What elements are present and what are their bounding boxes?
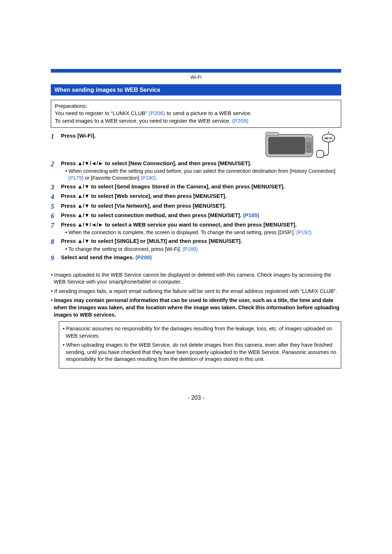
preparations-box: Preparations: You need to register to “L… — [51, 100, 341, 128]
step-4: 4 Press ▲/▼ to select [Web service], and… — [51, 192, 341, 201]
step-7-text: Press ▲/▼/◄/► to select a WEB service yo… — [61, 221, 297, 228]
link-p200[interactable]: (P200) — [135, 254, 152, 260]
top-accent-bar — [51, 69, 341, 73]
svg-rect-2 — [269, 137, 305, 154]
svg-text:Wi Fi: Wi Fi — [324, 137, 332, 140]
step-3: 3 Press ▲/▼ to select [Send Images Store… — [51, 183, 341, 192]
step-1-text: Press [Wi-Fi]. — [61, 133, 96, 139]
step-8: 8 Press ▲/▼ to select [SINGLE] or [MULTI… — [51, 237, 341, 253]
note-1: • Images uploaded to the WEB Service can… — [51, 272, 341, 286]
notes-block: • Images uploaded to the WEB Service can… — [51, 272, 341, 368]
warning-2: • When uploading images to the WEB Servi… — [63, 342, 337, 363]
svg-rect-6 — [307, 147, 311, 152]
warning-box: • Panasonic assumes no responsibility fo… — [59, 321, 341, 368]
warning-1: • Panasonic assumes no responsibility fo… — [63, 325, 337, 339]
camera-illustration: Wi Fi — [265, 131, 341, 159]
svg-point-4 — [308, 139, 310, 141]
svg-rect-10 — [317, 150, 324, 158]
preparations-label: Preparations: — [55, 102, 337, 110]
page-number: - 203 - — [51, 394, 341, 402]
step-3-text: Press ▲/▼ to select [Send Images Stored … — [61, 183, 285, 190]
steps-list: 1 Press [Wi-Fi]. Wi Fi 2 — [51, 131, 341, 263]
link-p180[interactable]: (P180) — [140, 175, 156, 181]
step-8-text: Press ▲/▼ to select [SINGLE] or [MULTI] … — [61, 238, 242, 244]
manual-page: Wi-Fi When sending images to WEB Service… — [51, 69, 341, 402]
step-8-sub: • To change the setting or disconnect, p… — [65, 246, 341, 253]
link-p185[interactable]: (P185) — [243, 212, 259, 218]
svg-point-9 — [328, 131, 329, 133]
chapter-label: Wi-Fi — [51, 73, 341, 83]
link-p206[interactable]: (P206) — [149, 110, 165, 116]
step-5-text: Press ▲/▼ to select [Via Network], and t… — [61, 203, 226, 209]
link-p192[interactable]: (P192) — [296, 229, 311, 235]
step-7: 7 Press ▲/▼/◄/► to select a WEB service … — [51, 221, 341, 237]
step-2-sub: • When connecting with the setting you u… — [65, 168, 341, 182]
step-6-text: Press ▲/▼ to select connection method, a… — [61, 212, 243, 218]
section-title: When sending images to WEB Service — [51, 84, 341, 96]
step-5: 5 Press ▲/▼ to select [Via Network], and… — [51, 202, 341, 211]
note-3: • Images may contain personal informatio… — [51, 297, 341, 318]
step-1: 1 Press [Wi-Fi]. — [51, 132, 258, 141]
link-p189[interactable]: (P189) — [183, 246, 198, 252]
step-9: 9 Select and send the images. (P200) — [51, 254, 341, 262]
svg-rect-1 — [266, 132, 278, 136]
step-7-sub: • When the connection is complete, the s… — [65, 229, 341, 236]
step-2-text: Press ▲/▼/◄/► to select [New Connection]… — [61, 160, 251, 166]
preparations-line-2: To send images to a WEB service, you nee… — [55, 117, 337, 125]
step-2: 2 Press ▲/▼/◄/► to select [New Connectio… — [51, 160, 341, 182]
svg-rect-5 — [307, 142, 311, 146]
step-4-text: Press ▲/▼ to select [Web service], and t… — [61, 193, 226, 199]
preparations-line-1: You need to register to “LUMIX CLUB” (P2… — [55, 110, 337, 117]
step-9-text: Select and send the images. — [61, 254, 135, 260]
link-p179[interactable]: (P179) — [68, 175, 83, 181]
step-6: 6 Press ▲/▼ to select connection method,… — [51, 212, 341, 220]
note-2: • If sending images fails, a report emai… — [51, 288, 341, 295]
link-p209[interactable]: (P209) — [232, 118, 249, 124]
